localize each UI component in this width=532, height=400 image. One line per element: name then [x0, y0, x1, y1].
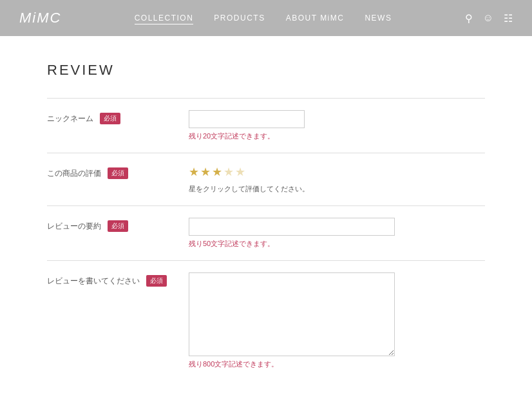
main-content: REVIEW ニックネーム 必須 残り20文字記述できます。 この商品の評価 必…: [21, 36, 511, 400]
summary-row: レビューの要約 必須 残り50文字記述できます。: [47, 205, 485, 260]
rating-label: この商品の評価: [47, 168, 101, 179]
cart-icon[interactable]: ☷: [504, 12, 513, 24]
summary-input-cell: 残り50文字記述できます。: [189, 218, 485, 249]
star-5[interactable]: ★: [235, 165, 245, 179]
nickname-label: ニックネーム: [47, 113, 93, 124]
nickname-required-badge: 必須: [100, 113, 120, 124]
star-hint: 星をクリックして評価してください。: [189, 184, 485, 194]
body-char-hint: 残り800文字記述できます。: [189, 359, 485, 369]
nickname-char-hint: 残り20文字記述できます。: [189, 131, 485, 141]
rating-input-cell: ★ ★ ★ ★ ★ 星をクリックして評価してください。: [189, 165, 485, 194]
site-header: MiMC COLLECTION PRODUCTS ABOUT MiMC NEWS…: [0, 0, 532, 36]
rating-row: この商品の評価 必須 ★ ★ ★ ★ ★ 星をクリックして評価してください。: [47, 153, 485, 205]
nickname-input[interactable]: [189, 110, 305, 128]
star-1[interactable]: ★: [189, 165, 199, 179]
body-required-badge: 必須: [146, 275, 167, 287]
search-icon[interactable]: ⚲: [465, 12, 473, 24]
body-row: レビューを書いてください 必須 残り800文字記述できます。: [47, 260, 485, 381]
nickname-input-cell: 残り20文字記述できます。: [189, 110, 485, 141]
rating-label-cell: この商品の評価 必須: [47, 165, 189, 179]
body-label: レビューを書いてください: [47, 276, 140, 287]
site-logo[interactable]: MiMC: [19, 10, 61, 26]
body-label-cell: レビューを書いてください 必須: [47, 272, 189, 287]
body-input-cell: 残り800文字記述できます。: [189, 272, 485, 369]
summary-char-hint: 残り50文字記述できます。: [189, 239, 485, 249]
summary-label-cell: レビューの要約 必須: [47, 218, 189, 232]
nav-collection[interactable]: COLLECTION: [135, 14, 194, 23]
nav-about[interactable]: ABOUT MiMC: [286, 14, 345, 23]
page-title: REVIEW: [47, 62, 485, 79]
header-icons: ⚲ ☺ ☷: [465, 12, 513, 24]
rating-required-badge: 必須: [108, 167, 128, 179]
summary-required-badge: 必須: [108, 220, 128, 232]
body-textarea[interactable]: [189, 272, 395, 356]
summary-input[interactable]: [189, 218, 395, 236]
nav-news[interactable]: NEWS: [365, 14, 392, 23]
star-2[interactable]: ★: [200, 165, 211, 179]
star-4[interactable]: ★: [223, 165, 234, 179]
main-nav: COLLECTION PRODUCTS ABOUT MiMC NEWS: [135, 14, 392, 23]
star-3[interactable]: ★: [212, 165, 222, 179]
account-icon[interactable]: ☺: [483, 12, 493, 24]
nickname-row: ニックネーム 必須 残り20文字記述できます。: [47, 98, 485, 153]
nav-products[interactable]: PRODUCTS: [214, 14, 265, 23]
nickname-label-cell: ニックネーム 必須: [47, 110, 189, 124]
star-rating[interactable]: ★ ★ ★ ★ ★: [189, 165, 485, 179]
summary-label: レビューの要約: [47, 221, 101, 232]
